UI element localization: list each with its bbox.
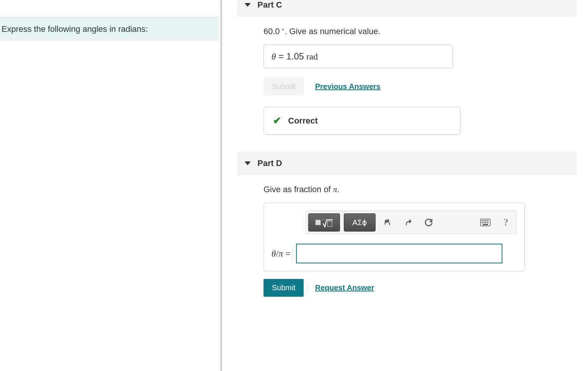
part-c-title: Part C bbox=[257, 0, 282, 10]
part-d-header[interactable]: Part D bbox=[237, 152, 577, 175]
feedback-text: Correct bbox=[288, 116, 318, 126]
svg-rect-4 bbox=[484, 220, 485, 221]
caret-down-icon bbox=[245, 3, 251, 7]
svg-text:□: □ bbox=[322, 218, 324, 222]
redo-icon[interactable] bbox=[400, 214, 416, 231]
caret-down-icon bbox=[245, 161, 251, 165]
answer-input[interactable] bbox=[296, 244, 502, 263]
svg-rect-5 bbox=[485, 220, 487, 221]
svg-rect-11 bbox=[483, 224, 488, 225]
part-d-title: Part D bbox=[257, 158, 282, 168]
request-answer-link[interactable]: Request Answer bbox=[315, 283, 374, 292]
vertical-divider bbox=[220, 0, 222, 371]
feedback-correct: ✔ Correct bbox=[264, 107, 460, 135]
svg-rect-7 bbox=[482, 222, 483, 223]
answer-input-panel: □ ΑΣϕ bbox=[264, 203, 525, 271]
equation-toolbar: □ ΑΣϕ bbox=[306, 211, 517, 234]
svg-rect-8 bbox=[484, 222, 485, 223]
svg-rect-10 bbox=[487, 222, 488, 223]
help-icon[interactable]: ? bbox=[498, 214, 514, 231]
math-templates-button[interactable]: □ bbox=[308, 213, 340, 232]
part-c-header[interactable]: Part C bbox=[237, 0, 577, 17]
part-d-instruction: Give as fraction of π. bbox=[264, 185, 577, 194]
reset-icon[interactable] bbox=[420, 214, 437, 231]
submit-button-disabled: Submit bbox=[264, 78, 304, 95]
svg-rect-6 bbox=[487, 220, 488, 221]
problem-prompt: Express the following angles in radians: bbox=[0, 17, 218, 41]
greek-letters-button[interactable]: ΑΣϕ bbox=[344, 213, 376, 232]
svg-rect-3 bbox=[482, 220, 483, 221]
submit-button[interactable]: Submit bbox=[264, 279, 304, 297]
part-c-instruction: 60.0 ∘. Give as numerical value. bbox=[264, 26, 577, 36]
check-icon: ✔ bbox=[273, 115, 281, 127]
keyboard-icon[interactable] bbox=[477, 214, 494, 231]
part-c-answer-box: θ = 1.05 rad bbox=[264, 45, 453, 68]
undo-icon[interactable] bbox=[379, 214, 396, 231]
svg-rect-1 bbox=[328, 221, 332, 227]
answer-lhs: θ/π = bbox=[271, 249, 290, 259]
svg-rect-9 bbox=[485, 222, 487, 223]
previous-answers-link[interactable]: Previous Answers bbox=[315, 82, 381, 91]
